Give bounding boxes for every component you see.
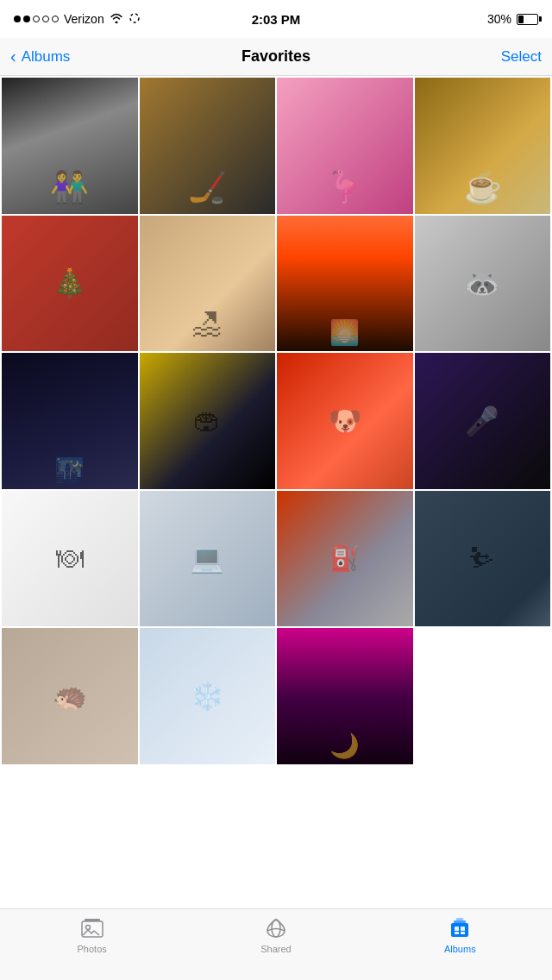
back-arrow-icon: ‹ — [10, 47, 16, 66]
activity-icon — [129, 12, 141, 27]
page-title: Favorites — [242, 47, 310, 66]
photo-item[interactable]: 🌃 — [2, 353, 138, 489]
photo-item[interactable]: 🏟 — [140, 353, 276, 489]
photo-item[interactable]: 🏒 — [140, 78, 276, 214]
tab-albums[interactable]: Albums — [368, 916, 552, 954]
battery-percentage: 30% — [487, 12, 511, 26]
photo-item[interactable]: 🌙 — [277, 628, 413, 764]
svg-rect-9 — [461, 927, 465, 931]
photo-item[interactable]: 🐶 — [277, 353, 413, 489]
status-time: 2:03 PM — [252, 12, 301, 27]
svg-point-3 — [85, 926, 90, 930]
grid-spacer — [0, 766, 552, 818]
svg-rect-8 — [455, 927, 459, 931]
shared-icon — [264, 916, 288, 940]
carrier-label: Verizon — [64, 12, 104, 26]
photo-item[interactable]: 🦝 — [415, 216, 551, 352]
photo-scroll-area[interactable]: 👫 🏒 🦩 ☕ 🎄 🏖 — [0, 76, 552, 908]
tab-photos[interactable]: Photos — [0, 916, 184, 954]
signal-dot-1 — [14, 16, 21, 22]
status-right: 30% — [487, 12, 538, 26]
wifi-icon — [110, 12, 123, 26]
tab-bar: Photos Shared Albums — [0, 908, 552, 980]
tab-albums-label: Albums — [444, 944, 476, 954]
status-left: Verizon — [14, 12, 141, 27]
signal-dot-2 — [23, 16, 30, 22]
svg-rect-6 — [454, 920, 466, 923]
svg-point-0 — [130, 14, 139, 22]
status-bar: Verizon 2:03 PM 30% — [0, 0, 552, 38]
photo-item[interactable]: 🏖 — [140, 216, 276, 352]
photo-item[interactable]: 🍽 — [2, 491, 138, 627]
tab-photos-label: Photos — [78, 944, 107, 954]
signal-dot-4 — [42, 16, 49, 22]
select-button[interactable]: Select — [501, 48, 542, 66]
signal-strength — [14, 16, 59, 22]
svg-rect-11 — [461, 932, 465, 934]
photo-grid-last-row: 🦔 ❄️ 🌙 — [0, 628, 552, 766]
photo-item[interactable]: 🦩 — [277, 78, 413, 214]
svg-rect-2 — [85, 919, 100, 921]
photo-item[interactable]: 🎄 — [2, 216, 138, 352]
tab-shared[interactable]: Shared — [184, 916, 367, 954]
photo-item[interactable]: 🌅 — [277, 216, 413, 352]
svg-rect-5 — [451, 923, 468, 937]
photo-empty — [415, 628, 551, 764]
photo-item[interactable]: ⛷ — [415, 491, 551, 627]
signal-dot-5 — [52, 16, 59, 22]
photo-item[interactable]: 👫 — [2, 78, 138, 214]
battery-icon — [517, 14, 538, 25]
photo-item[interactable]: 🦔 — [2, 628, 138, 764]
back-label: Albums — [22, 48, 71, 66]
svg-rect-1 — [82, 921, 103, 937]
photo-item[interactable]: 🎤 — [415, 353, 551, 489]
photos-icon — [80, 916, 104, 940]
photo-item[interactable]: 💻 — [140, 491, 276, 627]
navigation-bar: ‹ Albums Favorites Select — [0, 38, 552, 76]
photo-item[interactable]: ☕ — [415, 78, 551, 214]
photo-grid: 👫 🏒 🦩 ☕ 🎄 🏖 — [0, 76, 552, 628]
back-button[interactable]: ‹ Albums — [10, 47, 70, 66]
signal-dot-3 — [33, 16, 40, 22]
albums-icon — [448, 916, 472, 940]
photo-item[interactable]: ⛽ — [277, 491, 413, 627]
svg-rect-7 — [456, 918, 463, 920]
svg-rect-10 — [455, 932, 459, 934]
photo-item[interactable]: ❄️ — [140, 628, 276, 764]
tab-shared-label: Shared — [260, 944, 291, 954]
